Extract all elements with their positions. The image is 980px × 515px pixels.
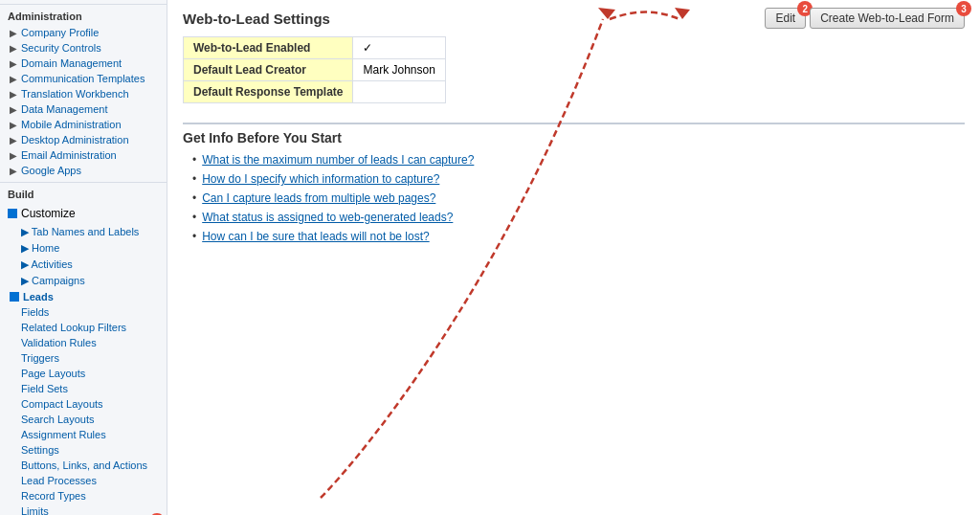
- sidebar-label: Data Management: [21, 103, 108, 115]
- sidebar-label: Google Apps: [21, 165, 81, 176]
- field-label-web-to-lead-enabled: Web-to-Lead Enabled: [184, 37, 353, 59]
- arrow-icon: ▶: [10, 28, 17, 38]
- settings-table: Web-to-Lead Enabled ✓ Default Lead Creat…: [183, 36, 446, 103]
- arrow-icon: ▶: [21, 242, 29, 254]
- sidebar-label: Company Profile: [21, 27, 99, 38]
- sidebar-subitem-page-layouts[interactable]: Page Layouts: [0, 366, 167, 381]
- edit-button[interactable]: Edit 2: [765, 8, 806, 29]
- list-item: What status is assigned to web-generated…: [192, 211, 965, 224]
- sidebar-item-domain-management[interactable]: ▶ Domain Management: [0, 56, 167, 71]
- sidebar-label: Translation Workbench: [21, 88, 129, 100]
- sidebar-subitem-buttons-links[interactable]: Buttons, Links, and Actions: [0, 458, 167, 473]
- sidebar-subitem-search-layouts[interactable]: Search Layouts: [0, 412, 167, 427]
- get-info-link-2[interactable]: How do I specify which information to ca…: [202, 172, 439, 186]
- list-item: What is the maximum number of leads I ca…: [192, 153, 965, 167]
- sidebar-subitem-compact-layouts[interactable]: Compact Layouts: [0, 396, 167, 412]
- build-header: Build: [0, 182, 167, 203]
- administration-header: Administration: [0, 4, 167, 25]
- sidebar-item-customize[interactable]: Customize: [0, 203, 167, 224]
- expand-icon: [8, 209, 17, 218]
- get-info-list: What is the maximum number of leads I ca…: [183, 153, 965, 243]
- arrow-icon: ▶: [10, 120, 17, 130]
- sidebar-label: Campaigns: [32, 275, 85, 286]
- sidebar-subitem-fields[interactable]: Fields: [0, 304, 167, 320]
- sidebar-item-home[interactable]: ▶ Home: [0, 240, 167, 257]
- sidebar-item-security-controls[interactable]: ▶ Security Controls: [0, 40, 167, 56]
- sidebar-item-email-administration[interactable]: ▶ Email Administration: [0, 147, 167, 163]
- page-header: Web-to-Lead Settings Edit 2 Create Web-t…: [183, 8, 965, 29]
- get-info-link-4[interactable]: What status is assigned to web-generated…: [202, 211, 453, 224]
- sidebar-item-data-management[interactable]: ▶ Data Management: [0, 101, 167, 117]
- sidebar-subitem-limits[interactable]: Limits: [0, 504, 167, 515]
- arrow-icon: ▶: [21, 226, 29, 237]
- action-buttons: Edit 2 Create Web-to-Lead Form 3: [765, 8, 965, 29]
- list-item: How can I be sure that leads will not be…: [192, 230, 965, 243]
- sidebar-item-company-profile[interactable]: ▶ Company Profile: [0, 25, 167, 40]
- sidebar-item-translation-workbench[interactable]: ▶ Translation Workbench: [0, 86, 167, 101]
- list-item: How do I specify which information to ca…: [192, 172, 965, 186]
- table-row: Web-to-Lead Enabled ✓: [184, 37, 446, 59]
- sidebar-label: Communication Templates: [21, 73, 145, 84]
- arrow-icon: ▶: [10, 150, 17, 161]
- expand-icon: [10, 292, 19, 302]
- list-item: Can I capture leads from multiple web pa…: [192, 191, 965, 205]
- arrow-icon: ▶: [10, 74, 17, 84]
- sidebar-label: Home: [32, 242, 59, 254]
- sidebar-subitem-assignment-rules[interactable]: Assignment Rules: [0, 427, 167, 442]
- sidebar-item-desktop-administration[interactable]: ▶ Desktop Administration: [0, 132, 167, 147]
- customize-label: Customize: [21, 207, 76, 220]
- sidebar-label: Security Controls: [21, 42, 101, 54]
- sidebar-subitem-field-sets[interactable]: Field Sets: [0, 381, 167, 396]
- field-value-default-lead-creator: Mark Johnson: [353, 59, 445, 81]
- page-title: Web-to-Lead Settings: [183, 11, 330, 27]
- field-label-default-response-template: Default Response Template: [184, 81, 353, 103]
- sidebar-item-google-apps[interactable]: ▶ Google Apps: [0, 163, 167, 178]
- arrow-icon: ▶: [10, 135, 17, 146]
- sidebar-label: Mobile Administration: [21, 119, 122, 130]
- table-row: Default Response Template: [184, 81, 446, 103]
- get-info-title: Get Info Before You Start: [183, 123, 965, 146]
- arrow-icon: ▶: [10, 89, 17, 100]
- sidebar-subitem-settings[interactable]: Settings: [0, 442, 167, 458]
- leads-label: Leads: [23, 291, 54, 302]
- arrow-icon: ▶: [21, 275, 29, 286]
- sidebar-item-mobile-administration[interactable]: ▶ Mobile Administration: [0, 117, 167, 132]
- field-value-default-response-template: [353, 81, 445, 103]
- arrow-icon: ▶: [10, 104, 17, 115]
- sidebar-item-campaigns[interactable]: ▶ Campaigns: [0, 273, 167, 289]
- get-info-link-3[interactable]: Can I capture leads from multiple web pa…: [202, 191, 435, 205]
- arrow-icon: ▶: [10, 166, 17, 176]
- field-value-web-to-lead-enabled: ✓: [353, 37, 445, 59]
- sidebar-subitem-lead-processes[interactable]: Lead Processes: [0, 473, 167, 488]
- arrow-icon: ▶: [10, 58, 17, 69]
- sidebar-item-leads[interactable]: Leads: [0, 289, 167, 304]
- sidebar-label: Desktop Administration: [21, 134, 129, 146]
- get-info-link-1[interactable]: What is the maximum number of leads I ca…: [202, 153, 474, 167]
- field-label-default-lead-creator: Default Lead Creator: [184, 59, 353, 81]
- sidebar-item-activities[interactable]: ▶ Activities: [0, 257, 167, 273]
- sidebar-label: Tab Names and Labels: [32, 226, 140, 237]
- get-info-link-5[interactable]: How can I be sure that leads will not be…: [202, 230, 429, 243]
- arrow-icon: ▶: [10, 43, 17, 54]
- sidebar-label: Activities: [31, 258, 72, 270]
- sidebar-subitem-related-lookup[interactable]: Related Lookup Filters: [0, 320, 167, 335]
- arrow-icon: ▶: [21, 258, 29, 270]
- sidebar-label: Domain Management: [21, 57, 122, 69]
- sidebar-subitem-validation-rules[interactable]: Validation Rules: [0, 335, 167, 350]
- create-web-to-lead-form-button[interactable]: Create Web-to-Lead Form 3: [810, 8, 965, 29]
- table-row: Default Lead Creator Mark Johnson: [184, 59, 446, 81]
- sidebar-item-communication-templates[interactable]: ▶ Communication Templates: [0, 71, 167, 86]
- sidebar-item-tab-names[interactable]: ▶ Tab Names and Labels: [0, 224, 167, 240]
- sidebar-label: Email Administration: [21, 149, 117, 161]
- sidebar-subitem-record-types[interactable]: Record Types: [0, 488, 167, 504]
- badge-3: 3: [956, 1, 971, 16]
- sidebar-subitem-triggers[interactable]: Triggers: [0, 350, 167, 366]
